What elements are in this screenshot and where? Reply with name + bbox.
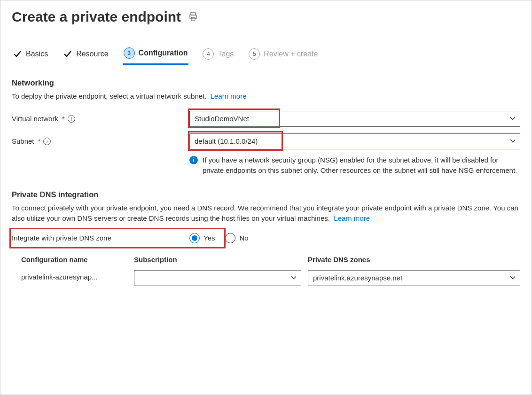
dns-config-table: Configuration name Subscription Private … xyxy=(12,256,520,286)
tab-review-label: Review + create xyxy=(264,50,318,58)
col-private-dns-zones: Private DNS zones xyxy=(308,256,520,270)
tab-resource-label: Resource xyxy=(76,50,108,58)
required-asterisk: * xyxy=(38,137,41,145)
select-subscription[interactable] xyxy=(134,270,301,286)
chevron-down-icon xyxy=(509,115,516,123)
radio-yes[interactable]: Yes xyxy=(189,233,215,243)
svg-rect-2 xyxy=(191,17,195,20)
select-subnet[interactable]: default (10.1.0.0/24) xyxy=(189,133,520,149)
label-subnet: Subnet * i xyxy=(12,137,189,145)
radio-no-label: No xyxy=(239,234,248,242)
select-subnet-value: default (10.1.0.0/24) xyxy=(195,137,258,145)
row-subnet: Subnet * i default (10.1.0.0/24) xyxy=(12,133,520,149)
nsg-note-text: If you have a network security group (NS… xyxy=(203,155,520,176)
row-virtual-network: Virtual network * i StudioDemoVNet xyxy=(12,111,520,127)
tab-basics-label: Basics xyxy=(26,50,48,58)
select-private-dns-zone[interactable]: privatelink.azuresynapse.net xyxy=(308,270,520,286)
chevron-down-icon xyxy=(290,274,297,282)
step-num-3: 3 xyxy=(124,47,135,59)
tab-resource[interactable]: Resource xyxy=(62,46,109,63)
tab-tags[interactable]: 4 Tags xyxy=(202,46,235,64)
label-virtual-network: Virtual network * i xyxy=(12,115,189,123)
col-configuration-name: Configuration name xyxy=(21,256,132,270)
step-num-4: 4 xyxy=(203,48,214,60)
required-asterisk: * xyxy=(62,115,65,123)
select-virtual-network-value: StudioDemoVNet xyxy=(195,115,249,123)
info-icon[interactable]: i xyxy=(68,115,75,123)
tab-basics[interactable]: Basics xyxy=(12,46,49,63)
print-icon[interactable] xyxy=(188,12,198,23)
select-virtual-network[interactable]: StudioDemoVNet xyxy=(189,111,520,127)
row-nsg-note: i If you have a network security group (… xyxy=(12,152,520,176)
nsg-info-note: i If you have a network security group (… xyxy=(189,155,520,176)
header: Create a private endpoint xyxy=(12,9,520,25)
chevron-down-icon xyxy=(509,274,516,282)
section-networking-title: Networking xyxy=(12,78,520,87)
section-networking-desc: To deploy the private endpoint, select a… xyxy=(12,91,520,101)
info-icon[interactable]: i xyxy=(43,138,51,145)
tab-configuration-label: Configuration xyxy=(139,49,188,57)
tab-review-create[interactable]: 5 Review + create xyxy=(248,46,319,64)
radio-yes-label: Yes xyxy=(203,234,215,242)
page-title: Create a private endpoint xyxy=(12,9,181,25)
dns-learn-more-link[interactable]: Learn more xyxy=(334,214,370,222)
svg-rect-1 xyxy=(190,15,196,18)
wizard-tabs: Basics Resource 3 Configuration 4 Tags 5… xyxy=(12,45,520,65)
chevron-down-icon xyxy=(509,137,516,145)
dns-table-header: Configuration name Subscription Private … xyxy=(21,256,520,270)
info-icon: i xyxy=(189,156,198,164)
dns-table-row: privatelink-azuresynap... privatelink.az… xyxy=(21,270,520,286)
row-integrate-dns: Integrate with private DNS zone Yes No xyxy=(12,233,520,243)
svg-rect-0 xyxy=(191,13,196,15)
tab-tags-label: Tags xyxy=(218,50,234,58)
section-dns-title: Private DNS integration xyxy=(12,190,520,199)
tab-configuration[interactable]: 3 Configuration xyxy=(123,45,189,65)
section-dns-desc: To connect privately with your private e… xyxy=(12,203,520,224)
networking-learn-more-link[interactable]: Learn more xyxy=(211,92,247,100)
step-num-5: 5 xyxy=(249,48,260,60)
col-subscription: Subscription xyxy=(134,256,306,270)
page-root: Create a private endpoint Basics Resourc… xyxy=(0,0,532,395)
label-integrate-dns: Integrate with private DNS zone xyxy=(12,234,189,242)
cell-configuration-name: privatelink-azuresynap... xyxy=(21,270,132,286)
select-private-dns-zone-value: privatelink.azuresynapse.net xyxy=(313,274,402,282)
radio-no[interactable]: No xyxy=(225,233,248,243)
